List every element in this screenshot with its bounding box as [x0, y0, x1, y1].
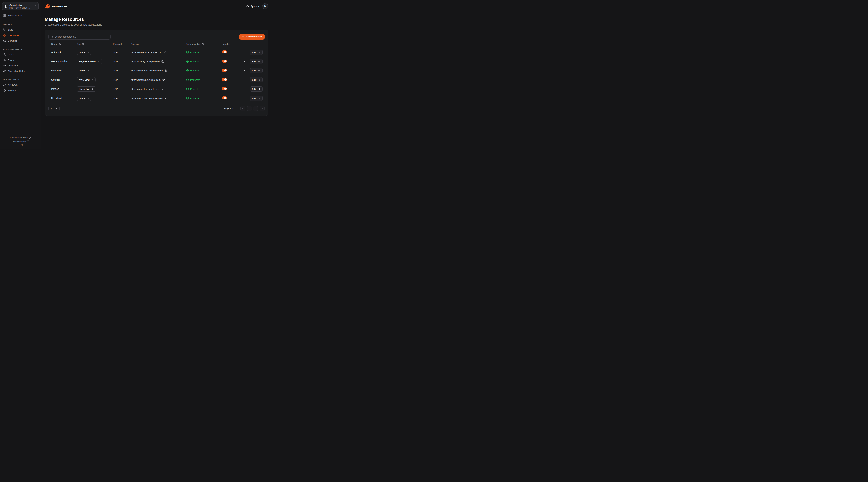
auth-status-badge: Protected	[186, 78, 218, 81]
sidebar-resize-handle[interactable]	[41, 73, 41, 78]
organization-label: Organization	[9, 4, 32, 6]
resource-name: Battery Monitor	[51, 60, 68, 63]
row-menu-button[interactable]	[244, 87, 247, 91]
protocol-label: TCP	[113, 78, 118, 81]
pagination: Page 1 of 1	[224, 106, 265, 111]
enabled-toggle[interactable]	[222, 69, 227, 72]
auth-status-badge: Protected	[186, 60, 218, 63]
prev-page-button[interactable]	[247, 106, 252, 111]
theme-toggle-button[interactable]: System	[246, 5, 259, 8]
search-input[interactable]	[55, 35, 108, 38]
edit-button[interactable]: Edit	[250, 87, 263, 92]
enabled-toggle[interactable]	[222, 87, 227, 90]
edit-button[interactable]: Edit	[250, 50, 263, 55]
ellipsis-icon	[244, 51, 247, 54]
edit-button[interactable]: Edit	[250, 59, 263, 64]
copy-button[interactable]	[164, 51, 167, 54]
sidebar-item-label: Domains	[8, 39, 17, 42]
external-link-icon	[29, 137, 31, 139]
copy-icon	[162, 88, 164, 90]
sidebar-item-label: Users	[8, 53, 14, 56]
site-chip[interactable]: Office	[76, 68, 92, 73]
sidebar-item-domains[interactable]: Domains	[2, 38, 39, 43]
sidebar-item-api-keys[interactable]: API Keys	[2, 82, 39, 88]
protocol-label: TCP	[113, 88, 118, 90]
row-menu-button[interactable]	[244, 60, 247, 63]
enabled-toggle[interactable]	[222, 96, 227, 99]
enabled-toggle[interactable]	[222, 78, 227, 81]
row-menu-button[interactable]	[244, 51, 247, 54]
access-url: https://authentik.example.com	[131, 51, 162, 54]
sidebar-item-sites[interactable]: Sites	[2, 27, 39, 32]
documentation-link[interactable]: Documentation	[1, 139, 39, 143]
edit-button[interactable]: Edit	[250, 68, 263, 73]
last-page-button[interactable]	[260, 106, 265, 111]
shield-check-icon	[186, 88, 189, 90]
sidebar-item-resources[interactable]: Resources	[2, 33, 39, 38]
table-row: Immich Home Lab TCP https://immich.examp…	[49, 85, 265, 94]
arrow-right-icon	[258, 69, 260, 72]
column-header-site[interactable]: Site	[74, 40, 110, 48]
chevron-right-icon	[254, 107, 257, 110]
copy-button[interactable]	[164, 69, 167, 72]
site-chip[interactable]: Office	[76, 50, 92, 55]
sidebar-item-shareable-links[interactable]: Shareable Links	[2, 68, 39, 74]
column-header-access: Access	[128, 40, 183, 48]
first-page-button[interactable]	[241, 106, 245, 111]
version-label: v1.7.0	[1, 143, 39, 147]
enabled-toggle[interactable]	[222, 60, 227, 63]
edit-button[interactable]: Edit	[250, 96, 263, 101]
edit-button[interactable]: Edit	[250, 77, 263, 83]
access-url: https://nextcloud.example.com	[131, 97, 162, 100]
site-chip[interactable]: AWS VPC	[76, 77, 96, 83]
page-title: Manage Resources	[45, 17, 268, 22]
sidebar-item-label: Invitations	[8, 64, 19, 67]
copy-button[interactable]	[162, 88, 164, 90]
sidebar-item-roles[interactable]: Roles	[2, 58, 39, 63]
resources-table: Name Site Protocol Access Authentication	[49, 40, 265, 103]
table-row: Grafana AWS VPC TCP https://grafana.exam…	[49, 75, 265, 85]
gear-icon	[3, 89, 6, 92]
add-resource-button[interactable]: Add Resource	[239, 34, 265, 39]
site-chip[interactable]: Office	[76, 96, 92, 101]
arrow-up-right-icon	[87, 97, 89, 99]
sidebar-item-server-admin[interactable]: Server Admin	[2, 13, 39, 18]
access-url: https://grafana.example.com	[131, 78, 160, 81]
page-size-select[interactable]: 20	[49, 106, 60, 111]
copy-button[interactable]	[164, 97, 167, 100]
protocol-label: TCP	[113, 69, 118, 72]
avatar[interactable]: M	[262, 3, 268, 9]
copy-button[interactable]	[161, 60, 164, 63]
waypoints-icon	[3, 34, 6, 37]
sidebar-item-invitations[interactable]: Invitations	[2, 63, 39, 68]
row-menu-button[interactable]	[244, 78, 247, 82]
arrow-up-right-icon	[87, 51, 89, 54]
copy-button[interactable]	[162, 78, 165, 81]
organization-selector[interactable]: Organization milo@fossorial.io's ...	[2, 2, 38, 10]
sidebar-item-users[interactable]: Users	[2, 52, 39, 57]
sidebar-item-settings[interactable]: Settings	[2, 88, 39, 93]
arrow-right-icon	[258, 51, 260, 54]
site-chip[interactable]: Edge Device 01	[76, 59, 102, 64]
sort-icon	[82, 43, 84, 45]
chevrons-up-down-icon	[34, 5, 37, 8]
access-url: https://immich.example.com	[131, 88, 160, 90]
community-edition-link[interactable]: Community Edition	[1, 136, 39, 139]
moon-icon	[246, 5, 249, 8]
column-header-authentication[interactable]: Authentication	[183, 40, 219, 48]
nav-heading-general: GENERAL	[3, 24, 38, 26]
auth-status-badge: Protected	[186, 97, 218, 100]
building-icon	[4, 5, 8, 8]
row-menu-button[interactable]	[244, 96, 247, 100]
next-page-button[interactable]	[253, 106, 258, 111]
site-chip[interactable]: Home Lab	[76, 87, 96, 92]
enabled-toggle[interactable]	[222, 51, 227, 54]
column-header-name[interactable]: Name	[49, 40, 74, 48]
resource-name: Bitwarden	[51, 69, 62, 72]
table-header-row: Name Site Protocol Access Authentication	[49, 40, 265, 48]
arrow-right-icon	[258, 78, 260, 81]
server-icon	[3, 14, 6, 17]
column-header-protocol: Protocol	[110, 40, 128, 48]
row-menu-button[interactable]	[244, 69, 247, 72]
shield-check-icon	[186, 51, 189, 54]
